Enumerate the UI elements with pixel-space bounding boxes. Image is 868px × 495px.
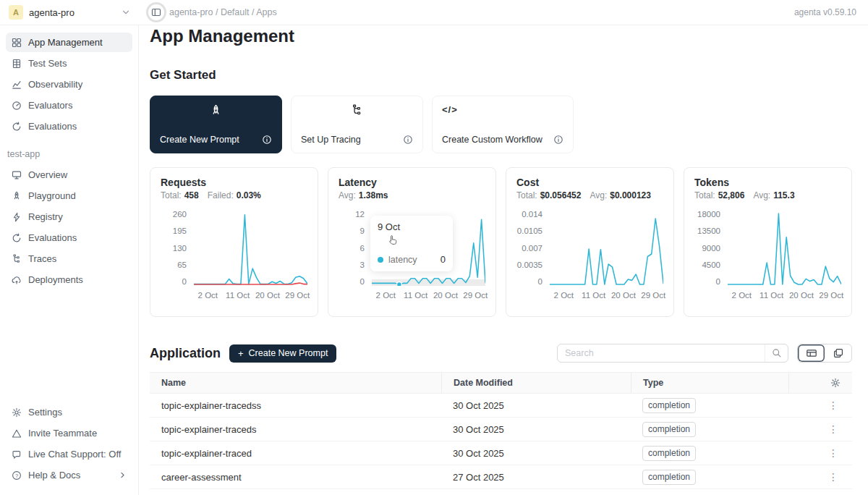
- sidebar-item-label: Observability: [28, 79, 82, 90]
- create-custom-workflow-card[interactable]: </> Create Custom Workflow: [432, 96, 574, 153]
- sidebar-item-invite-teammate[interactable]: Invite Teammate: [6, 423, 132, 443]
- table-row[interactable]: topic-explainer-tracedss 30 Oct 2025 com…: [150, 394, 852, 418]
- tree-branch-icon: [301, 104, 413, 117]
- sidebar-item-label: App Management: [28, 37, 103, 48]
- chart-title: Tokens: [694, 177, 841, 188]
- sidebar: App Management Test Sets Observability E…: [0, 25, 139, 495]
- sidebar-item-app-management[interactable]: App Management: [6, 33, 132, 52]
- cost-chart-card: Cost Total:$0.056452 Avg:$0.000123 0.014…: [506, 167, 674, 317]
- card-label: Set Up Tracing: [301, 135, 361, 145]
- card-label: Create New Prompt: [160, 135, 239, 145]
- tooltip-series-label: latency: [388, 255, 417, 265]
- application-header: Application + Create New Prompt: [150, 344, 852, 363]
- chart-stats: Total:52,806 Avg:115.3: [694, 190, 841, 200]
- sidebar-item-label: Invite Teammate: [28, 428, 97, 439]
- sidebar-item-live-chat[interactable]: Live Chat Support: Off: [6, 444, 132, 464]
- set-up-tracing-card[interactable]: Set Up Tracing: [291, 96, 423, 153]
- sidebar-toggle-button[interactable]: [145, 1, 167, 23]
- chevron-right-icon: [119, 471, 127, 479]
- get-started-cards: Create New Prompt Set Up Tracing </> Cre…: [150, 96, 852, 153]
- table-settings-gear-icon[interactable]: [830, 378, 841, 388]
- sidebar-item-overview[interactable]: Overview: [6, 165, 132, 185]
- row-actions-menu[interactable]: ⋮: [826, 424, 841, 434]
- row-actions-menu[interactable]: ⋮: [826, 400, 841, 410]
- search-input[interactable]: [558, 348, 765, 358]
- date-modified: 27 Oct 2025: [441, 472, 631, 483]
- date-modified: 30 Oct 2025: [441, 400, 631, 411]
- sidebar-item-registry[interactable]: Registry: [6, 207, 132, 227]
- x-axis-labels: 2 Oct11 Oct20 Oct29 Oct: [731, 289, 841, 301]
- sidebar-item-settings[interactable]: Settings: [6, 402, 132, 422]
- sidebar-item-label: Overview: [28, 169, 67, 180]
- column-header-type[interactable]: Type: [631, 373, 788, 393]
- app-section-label: test-app: [7, 149, 132, 159]
- sidebar-item-label: Help & Docs: [28, 470, 80, 481]
- gauge-icon: [12, 101, 22, 111]
- sidebar-item-playground[interactable]: Playground: [6, 186, 132, 206]
- info-icon[interactable]: [262, 135, 272, 145]
- applications-table: Name Date Modified Type topic-explainer-…: [150, 372, 852, 489]
- sidebar-item-deployments[interactable]: Deployments: [6, 270, 132, 289]
- table-row[interactable]: topic-explainer-traceds 30 Oct 2025 comp…: [150, 418, 852, 441]
- sidebar-item-evaluations[interactable]: Evaluations: [6, 117, 132, 136]
- chart-title: Latency: [339, 177, 485, 188]
- chat-bubble-icon: [12, 449, 22, 460]
- chevron-down-icon: [122, 8, 130, 17]
- sidebar-item-label: Evaluators: [28, 100, 72, 111]
- info-icon[interactable]: [403, 135, 413, 145]
- tokens-chart-card: Tokens Total:52,806 Avg:115.3 1800013500…: [684, 167, 852, 317]
- type-badge: completion: [642, 422, 696, 437]
- code-icon: </>: [442, 104, 563, 115]
- create-new-prompt-card[interactable]: Create New Prompt: [150, 96, 282, 153]
- chart-stats: Total:$0.056452 Avg:$0.000123: [516, 190, 663, 200]
- column-header-name[interactable]: Name: [150, 373, 441, 393]
- sidebar-item-label: Live Chat Support: Off: [28, 449, 121, 460]
- grid-icon: [12, 38, 22, 48]
- sidebar-item-label: Evaluations: [28, 121, 77, 132]
- search-box: [557, 344, 788, 363]
- rocket-icon: [160, 104, 272, 117]
- sidebar-item-test-sets[interactable]: Test Sets: [6, 54, 132, 73]
- plus-icon: +: [238, 349, 244, 358]
- table-view-button[interactable]: [798, 344, 825, 362]
- question-circle-icon: ?: [12, 470, 22, 481]
- chart-tooltip: 9 Oct latency 0: [370, 216, 453, 271]
- version-label: agenta v0.59.10: [794, 7, 868, 17]
- y-axis-labels: 129630: [339, 210, 372, 286]
- chart-title: Cost: [516, 177, 663, 188]
- column-header-date-modified[interactable]: Date Modified: [441, 373, 631, 393]
- table-row[interactable]: topic-explainer-traced 30 Oct 2025 compl…: [150, 441, 852, 465]
- sidebar-item-help-docs[interactable]: ? Help & Docs: [6, 465, 132, 485]
- sidebar-item-traces[interactable]: Traces: [6, 249, 132, 268]
- create-new-prompt-button[interactable]: + Create New Prompt: [229, 344, 336, 363]
- row-actions-menu[interactable]: ⋮: [826, 472, 841, 482]
- cloud-upload-icon: [12, 275, 22, 285]
- sidebar-item-label: Evaluations: [28, 232, 77, 243]
- requests-line-chart: [194, 210, 307, 286]
- chart-stats: Total:458 Failed:0.03%: [161, 190, 307, 200]
- table-row[interactable]: career-assessment 27 Oct 2025 completion…: [150, 465, 852, 489]
- type-badge: completion: [642, 398, 696, 413]
- sidebar-item-label: Settings: [28, 407, 62, 418]
- card-label: Create Custom Workflow: [442, 135, 542, 145]
- workspace-avatar: A: [9, 5, 23, 20]
- sidebar-item-evaluations-app[interactable]: Evaluations: [6, 228, 132, 248]
- click-ripple-ring: [146, 2, 166, 22]
- card-view-button[interactable]: [825, 344, 851, 362]
- sidebar-item-observability[interactable]: Observability: [6, 75, 132, 94]
- sidebar-item-evaluators[interactable]: Evaluators: [6, 96, 132, 115]
- sidebar-footer-nav: Settings Invite Teammate Live Chat Suppo…: [6, 402, 132, 485]
- page-title: App Management: [150, 25, 852, 47]
- workspace-selector[interactable]: A agenta-pro: [0, 5, 139, 20]
- search-icon[interactable]: [765, 344, 788, 362]
- x-axis-labels: 2 Oct11 Oct20 Oct29 Oct: [553, 289, 663, 301]
- get-started-heading: Get Started: [150, 67, 852, 83]
- chart-title: Requests: [161, 177, 307, 188]
- refresh-circle-icon: [12, 122, 22, 132]
- requests-chart-card: Requests Total:458 Failed:0.03% 26019513…: [150, 167, 318, 317]
- main-content: App Management Get Started Create New Pr…: [140, 25, 868, 489]
- info-icon[interactable]: [553, 135, 563, 145]
- date-modified: 30 Oct 2025: [441, 424, 631, 435]
- breadcrumb[interactable]: agenta-pro / Default / Apps: [169, 7, 277, 17]
- row-actions-menu[interactable]: ⋮: [826, 448, 841, 458]
